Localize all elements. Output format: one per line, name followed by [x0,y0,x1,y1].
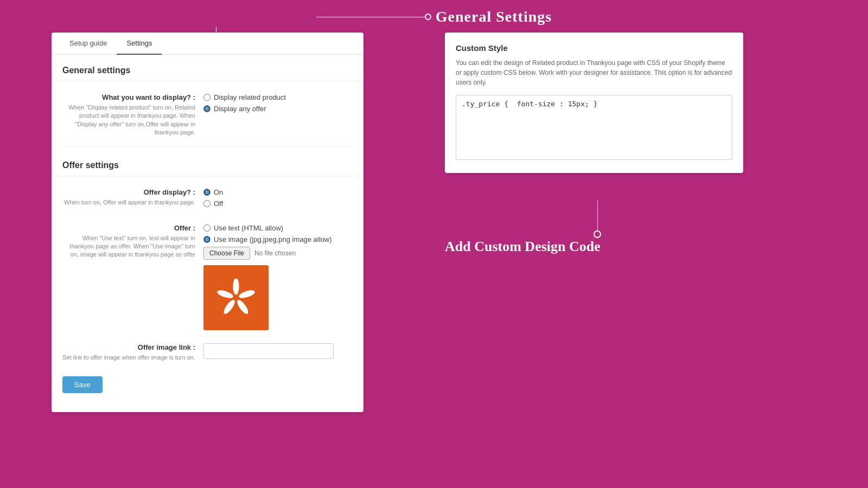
offer-image-radio[interactable] [203,236,210,243]
offer-link-input[interactable] [203,343,334,359]
display-option1-text: Display related product [214,93,286,101]
display-sub: When "Display related product" turn on, … [62,104,195,137]
right-connector-line [597,201,598,230]
right-connector-dot [593,230,601,238]
left-panel: Setup guide Settings General settings Wh… [52,33,363,412]
svg-point-1 [238,288,255,299]
display-option1-radio[interactable] [203,94,210,101]
display-option2-label[interactable]: Display any offer [203,105,353,113]
offer-display-label: Offer display? : [62,188,195,196]
offer-text-radio[interactable] [203,224,210,232]
offer-on-text: On [214,188,223,196]
display-option2-text: Display any offer [214,105,266,113]
offer-display-sub: When turn on, Offer will appear in thank… [62,198,195,207]
display-option1-label[interactable]: Display related product [203,93,353,101]
display-options: Display related product Display any offe… [203,93,353,116]
display-row: What you want to display? : When "Displa… [52,87,363,144]
general-settings-title: General settings [52,55,363,81]
offer-image-option: Use image (jpg,jpeg,png image allow) [214,235,332,243]
tabs-bar: Setup guide Settings [52,33,363,55]
svg-point-3 [222,298,237,316]
offer-link-input-wrap [203,343,353,359]
svg-point-4 [217,288,234,299]
offer-settings-title: Offer settings [52,150,363,176]
offer-type-options: Use text (HTML allow) Use image (jpg,jpe… [203,224,353,330]
page-title: General Settings [436,8,552,25]
offer-display-options: On Off [203,188,353,211]
offer-type-sub: When "Use text" turn on, text will appea… [62,234,195,259]
file-input-wrap: Choose File No file chosen [203,247,353,260]
svg-point-5 [234,295,238,299]
offer-on-label[interactable]: On [203,188,353,196]
tab-setup-guide[interactable]: Setup guide [60,33,117,55]
offer-off-text: Off [214,200,223,208]
offer-on-radio[interactable] [203,189,210,196]
offer-type-row: Offer : When "Use text" turn on, text wi… [52,217,363,337]
offer-link-label: Offer image link : [62,343,195,351]
offer-type-label: Offer : [62,224,195,232]
tab-settings[interactable]: Settings [117,33,162,55]
custom-style-title: Custom Style [456,43,732,53]
image-preview [203,265,269,330]
offer-text-label[interactable]: Use text (HTML allow) [203,224,353,232]
custom-style-desc: You can edit the design of Related produ… [456,58,732,87]
display-label: What you want to display? : [62,93,195,101]
display-option2-radio[interactable] [203,105,210,112]
no-file-text: No file chosen [254,249,296,257]
svg-point-2 [235,298,250,316]
svg-point-0 [233,279,239,294]
add-custom-label: Add Custom Design Code [445,239,601,255]
css-textarea[interactable]: .ty_price { font-size : 15px; } [456,95,732,160]
offer-link-row: Offer image link : Set link to offer ima… [52,337,363,368]
offer-off-radio[interactable] [203,200,210,207]
offer-text-option: Use text (HTML allow) [214,224,283,232]
right-panel: Custom Style You can edit the design of … [445,33,743,173]
offer-link-sub: Set link to offer image when offer image… [62,354,195,362]
offer-display-row: Offer display? : When turn on, Offer wil… [52,182,363,217]
choose-file-button[interactable]: Choose File [203,247,250,260]
save-button[interactable]: Save [62,376,103,393]
offer-off-label[interactable]: Off [203,200,353,208]
flower-icon [217,279,255,317]
offer-image-label[interactable]: Use image (jpg,jpeg,png image allow) [203,235,353,243]
